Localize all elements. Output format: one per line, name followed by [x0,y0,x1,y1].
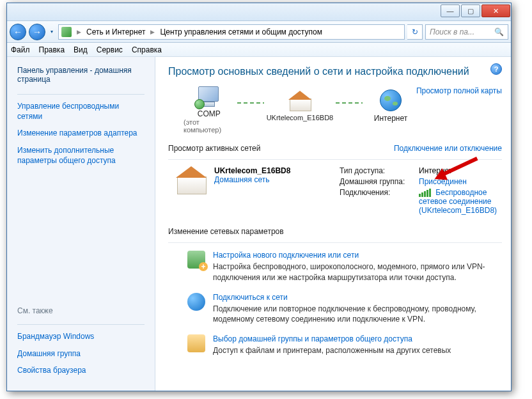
menu-bar: Файл Правка Вид Сервис Справка [7,43,511,57]
minimize-button[interactable]: — [441,4,460,17]
page-title: Просмотр основных сведений о сети и наст… [168,66,502,77]
wifi-signal-icon [419,189,431,197]
nav-history-dropdown[interactable]: ▾ [48,24,56,40]
menu-help[interactable]: Справка [132,45,162,54]
house-icon [176,166,207,194]
close-button[interactable]: ✕ [481,4,510,17]
divider [168,159,502,160]
menu-view[interactable]: Вид [74,45,88,54]
sidebar-divider [17,94,145,95]
computer-sublabel: (этот компьютер) [184,118,235,134]
connection-line-icon [336,102,363,104]
see-also-homegroup[interactable]: Домашняя группа [17,348,145,359]
action-desc: Доступ к файлам и принтерам, расположенн… [213,345,451,356]
search-input[interactable]: Поиск в па... 🔍 [425,24,508,40]
network-identity[interactable]: UKrtelecom_E16BD8 Домашняя сеть [176,166,329,194]
house-icon [288,91,311,111]
topology-this-computer[interactable]: COMP (этот компьютер) [184,86,235,134]
active-network-name: UKrtelecom_E16BD8 [214,166,290,175]
action-connect-network[interactable]: Подключиться к сети Подключение или повт… [187,293,502,324]
control-panel-icon [61,27,72,37]
connect-network-icon [187,293,205,311]
action-new-connection[interactable]: Настройка нового подключения или сети На… [187,251,502,282]
sidebar-divider [17,324,145,325]
content-pane: ? Просмотр основных сведений о сети и на… [155,57,511,391]
access-type-label: Тип доступа: [340,166,419,175]
homegroup-link[interactable]: Присоединен [419,177,467,186]
network-topology: COMP (этот компьютер) UKrtelecom_E16BD8 … [184,86,416,134]
action-desc: Подключение или повторное подключение к … [213,304,502,324]
active-network-block: UKrtelecom_E16BD8 Домашняя сеть Тип дост… [176,166,502,217]
control-panel-home[interactable]: Панель управления - домашняя страница [17,66,145,84]
topology-internet[interactable]: Интернет [365,90,416,130]
menu-file[interactable]: Файл [11,45,30,54]
divider [168,242,502,243]
see-also-heading: См. также [17,306,145,315]
action-desc: Настройка беспроводного, широкополосного… [213,262,502,282]
network-badge-icon [194,99,205,109]
connection-line-icon [237,102,264,104]
computer-name: COMP [198,109,221,118]
menu-service[interactable]: Сервис [97,45,123,54]
refresh-button[interactable]: ↻ [407,24,423,40]
maximize-button[interactable]: ▢ [461,4,480,17]
explorer-window: — ▢ ✕ ← → ▾ ▶ Сеть и Интернет ▶ Центр уп… [6,3,512,391]
access-type-value: Интернет [419,166,502,175]
topology-network[interactable]: UKrtelecom_E16BD8 [267,91,334,129]
breadcrumb-network[interactable]: Сеть и Интернет [86,27,145,36]
homegroup-icon [187,334,205,352]
sidebar-advanced-sharing[interactable]: Изменить дополнительные параметры общего… [17,145,145,166]
action-title[interactable]: Подключиться к сети [213,293,288,302]
connections-label: Подключения: [340,188,419,215]
breadcrumb-sep-icon: ▶ [74,29,84,35]
navigation-bar: ← → ▾ ▶ Сеть и Интернет ▶ Центр управлен… [7,21,511,43]
forward-button[interactable]: → [29,24,45,40]
search-placeholder: Поиск в па... [430,27,474,36]
sidebar-wireless-networks[interactable]: Управление беспроводными сетями [17,101,145,121]
connect-disconnect-link[interactable]: Подключение или отключение [394,144,502,153]
sidebar: Панель управления - домашняя страница Уп… [7,57,155,391]
breadcrumb-sharing-center[interactable]: Центр управления сетями и общим доступом [160,27,322,36]
sidebar-adapter-settings[interactable]: Изменение параметров адаптера [17,128,145,138]
action-title[interactable]: Выбор домашней группы и параметров общег… [213,334,412,343]
see-also-firewall[interactable]: Брандмауэр Windows [17,331,145,341]
globe-icon [380,90,402,111]
full-map-link[interactable]: Просмотр полной карты [416,86,502,95]
back-button[interactable]: ← [10,24,26,40]
network-details: Тип доступа: Интернет Домашняя группа: П… [340,166,502,217]
internet-label: Интернет [374,114,407,123]
change-settings-heading: Изменение сетевых параметров [168,227,502,236]
menu-edit[interactable]: Правка [39,45,65,54]
network-type-link[interactable]: Домашняя сеть [214,175,269,184]
homegroup-label: Домашняя группа: [340,177,419,186]
see-also-browser[interactable]: Свойства браузера [17,365,145,375]
network-name: UKrtelecom_E16BD8 [267,114,334,121]
new-connection-icon [187,251,205,269]
action-title[interactable]: Настройка нового подключения или сети [213,251,359,260]
window-body: Панель управления - домашняя страница Уп… [7,57,511,391]
action-homegroup-sharing[interactable]: Выбор домашней группы и параметров общег… [187,334,502,356]
titlebar[interactable]: — ▢ ✕ [7,3,511,21]
breadcrumb-sep-icon: ▶ [148,29,157,35]
address-bar[interactable]: ▶ Сеть и Интернет ▶ Центр управления сет… [58,24,405,40]
search-icon: 🔍 [494,27,504,36]
help-icon[interactable]: ? [490,63,502,75]
